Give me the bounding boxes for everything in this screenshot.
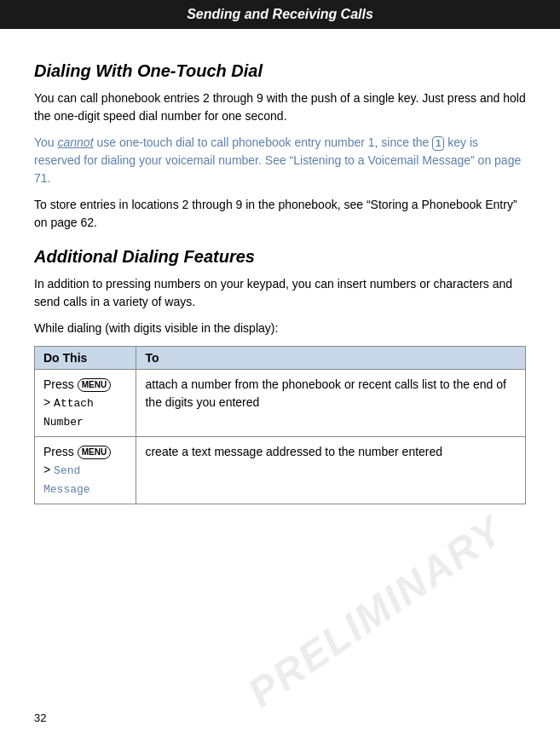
paragraph-additional-1: In addition to pressing numbers on your … [34, 275, 526, 311]
paragraph-one-touch-highlight: You cannot use one-touch dial to call ph… [34, 134, 526, 187]
cmd-send-message: Send Message [43, 464, 90, 496]
paragraph-one-touch-1: You can call phonebook entries 2 through… [34, 89, 526, 125]
table-cell-to-2: create a text message addressed to the n… [136, 437, 526, 504]
key-1-icon: 1 [432, 136, 444, 151]
table-cell-do-2: Press MENU > Send Message [35, 437, 136, 504]
paragraph-additional-2: While dialing (with digits visible in th… [34, 320, 526, 337]
page-number: 32 [34, 711, 46, 724]
menu-icon-2: MENU [78, 446, 111, 459]
page-header: Sending and Receiving Calls [0, 0, 560, 29]
section-title-one-touch: Dialing With One-Touch Dial [34, 61, 526, 81]
cmd-attach-number: Attach Number [43, 397, 94, 429]
col-header-to: To [136, 347, 526, 370]
table-row: Press MENU > Send Message create a text … [35, 437, 526, 504]
section-title-additional: Additional Dialing Features [34, 247, 526, 267]
table-cell-do-1: Press MENU > Attach Number [35, 370, 136, 437]
header-title: Sending and Receiving Calls [187, 7, 373, 21]
table-cell-to-1: attach a number from the phonebook or re… [136, 370, 526, 437]
col-header-do-this: Do This [35, 347, 136, 370]
main-content: Dialing With One-Touch Dial You can call… [0, 29, 560, 547]
dialing-features-table: Do This To Press MENU > Attach Number at… [34, 346, 526, 504]
section-one-touch-dial: Dialing With One-Touch Dial You can call… [34, 61, 526, 232]
menu-icon-1: MENU [78, 378, 111, 392]
table-header-row: Do This To [35, 347, 526, 370]
section-additional-dialing: Additional Dialing Features In addition … [34, 247, 526, 504]
table-row: Press MENU > Attach Number attach a numb… [35, 370, 526, 437]
paragraph-one-touch-2: To store entries in locations 2 through … [34, 196, 526, 232]
